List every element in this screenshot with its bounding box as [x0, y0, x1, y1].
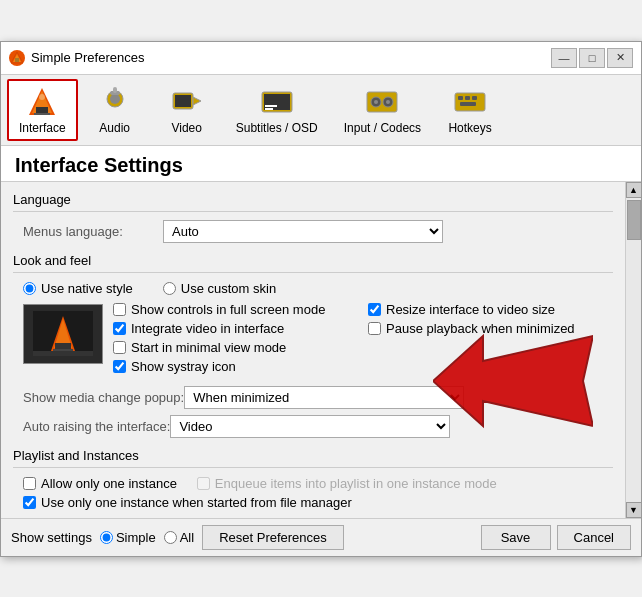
auto-raising-select[interactable]: Video Always Never	[170, 415, 450, 438]
checkboxes-and-preview: Show controls in full screen mode Resize…	[23, 302, 613, 380]
simple-radio[interactable]	[100, 531, 113, 544]
main-window: Simple Preferences — □ ✕ Interface	[0, 41, 642, 557]
svg-point-7	[39, 94, 45, 100]
language-section-label: Language	[13, 192, 613, 207]
video-icon	[169, 85, 205, 121]
playlist-section-content: Allow only one instance Enqueue items in…	[13, 476, 613, 510]
svg-rect-6	[34, 113, 50, 115]
resize-interface-checkbox[interactable]	[368, 303, 381, 316]
scroll-down-button[interactable]: ▼	[626, 502, 642, 518]
svg-point-22	[374, 100, 378, 104]
page-title: Interface Settings	[1, 146, 641, 182]
app-icon	[9, 50, 25, 66]
custom-skin-radio-item[interactable]: Use custom skin	[163, 281, 276, 296]
style-radio-group: Use native style Use custom skin	[23, 281, 613, 296]
show-media-popup-select[interactable]: When minimized Always Never	[184, 386, 464, 409]
file-manager-checkbox-item[interactable]: Use only one instance when started from …	[23, 495, 613, 510]
subtitles-icon	[259, 85, 295, 121]
save-button[interactable]: Save	[481, 525, 551, 550]
bottom-bar: Show settings Simple All Reset Preferenc…	[1, 518, 641, 556]
fullscreen-controls-checkbox[interactable]	[113, 303, 126, 316]
look-feel-divider	[13, 272, 613, 273]
close-button[interactable]: ✕	[607, 48, 633, 68]
enqueue-items-checkbox[interactable]	[197, 477, 210, 490]
minimal-view-checkbox-item[interactable]: Start in minimal view mode	[113, 340, 358, 355]
simple-radio-item[interactable]: Simple	[100, 530, 156, 545]
audio-label: Audio	[99, 121, 130, 135]
svg-point-23	[386, 100, 390, 104]
systray-checkbox-item[interactable]: Show systray icon	[113, 359, 613, 374]
file-manager-checkbox[interactable]	[23, 496, 36, 509]
look-feel-section-content: Use native style Use custom skin	[13, 281, 613, 438]
custom-skin-radio[interactable]	[163, 282, 176, 295]
language-section-content: Menus language: Auto English French Germ…	[13, 220, 613, 243]
svg-rect-18	[265, 108, 273, 110]
minimal-view-checkbox[interactable]	[113, 341, 126, 354]
cancel-button[interactable]: Cancel	[557, 525, 631, 550]
video-label: Video	[171, 121, 201, 135]
svg-rect-27	[472, 96, 477, 100]
playlist-divider	[13, 467, 613, 468]
integrate-video-label: Integrate video in interface	[131, 321, 284, 336]
resize-interface-checkbox-item[interactable]: Resize interface to video size	[368, 302, 613, 317]
native-style-radio[interactable]	[23, 282, 36, 295]
scroll-up-button[interactable]: ▲	[626, 182, 642, 198]
menus-language-select[interactable]: Auto English French German	[163, 220, 443, 243]
toolbar-item-video[interactable]: Video	[152, 79, 222, 141]
toolbar-item-interface[interactable]: Interface	[7, 79, 78, 141]
subtitles-label: Subtitles / OSD	[236, 121, 318, 135]
enqueue-items-label: Enqueue items into playlist in one insta…	[215, 476, 497, 491]
video-preview	[23, 304, 103, 364]
all-radio-item[interactable]: All	[164, 530, 194, 545]
one-instance-label: Allow only one instance	[41, 476, 177, 491]
toolbar-item-subtitles[interactable]: Subtitles / OSD	[224, 79, 330, 141]
show-media-popup-label: Show media change popup:	[23, 390, 184, 405]
pause-minimized-label: Pause playback when minimized	[386, 321, 575, 336]
svg-rect-25	[458, 96, 463, 100]
title-bar: Simple Preferences — □ ✕	[1, 42, 641, 75]
svg-rect-26	[465, 96, 470, 100]
auto-raising-label: Auto raising the interface:	[23, 419, 170, 434]
fullscreen-controls-checkbox-item[interactable]: Show controls in full screen mode	[113, 302, 358, 317]
svg-rect-28	[460, 102, 476, 106]
native-style-radio-item[interactable]: Use native style	[23, 281, 133, 296]
toolbar-item-input[interactable]: Input / Codecs	[332, 79, 433, 141]
hotkeys-label: Hotkeys	[448, 121, 491, 135]
simple-label: Simple	[116, 530, 156, 545]
all-radio[interactable]	[164, 531, 177, 544]
toolbar-item-audio[interactable]: Audio	[80, 79, 150, 141]
checkbox-grid: Show controls in full screen mode Resize…	[113, 302, 613, 355]
integrate-video-checkbox[interactable]	[113, 322, 126, 335]
playlist-checkboxes-row: Allow only one instance Enqueue items in…	[23, 476, 613, 491]
one-instance-checkbox[interactable]	[23, 477, 36, 490]
pause-minimized-checkbox-item[interactable]: Pause playback when minimized	[368, 321, 613, 336]
scroll-thumb[interactable]	[627, 200, 641, 240]
bottom-actions: Save Cancel	[481, 525, 631, 550]
toolbar-item-hotkeys[interactable]: Hotkeys	[435, 79, 505, 141]
input-label: Input / Codecs	[344, 121, 421, 135]
audio-icon	[97, 85, 133, 121]
svg-rect-33	[53, 349, 73, 351]
menus-language-row: Menus language: Auto English French Germ…	[23, 220, 613, 243]
systray-checkbox[interactable]	[113, 360, 126, 373]
hotkeys-icon	[452, 85, 488, 121]
one-instance-checkbox-item[interactable]: Allow only one instance	[23, 476, 177, 491]
maximize-button[interactable]: □	[579, 48, 605, 68]
svg-marker-13	[193, 97, 201, 105]
systray-label: Show systray icon	[131, 359, 236, 374]
scrollbar[interactable]: ▲ ▼	[625, 182, 641, 518]
look-feel-section-label: Look and feel	[13, 253, 613, 268]
minimal-view-label: Start in minimal view mode	[131, 340, 286, 355]
pause-minimized-checkbox[interactable]	[368, 322, 381, 335]
reset-preferences-button[interactable]: Reset Preferences	[202, 525, 344, 550]
show-settings-label: Show settings	[11, 530, 92, 545]
enqueue-items-checkbox-item[interactable]: Enqueue items into playlist in one insta…	[197, 476, 497, 491]
svg-rect-14	[175, 95, 191, 107]
language-divider	[13, 211, 613, 212]
all-label: All	[180, 530, 194, 545]
svg-rect-32	[55, 343, 71, 350]
toolbar: Interface Audio V	[1, 75, 641, 146]
input-icon	[364, 85, 400, 121]
minimize-button[interactable]: —	[551, 48, 577, 68]
integrate-video-checkbox-item[interactable]: Integrate video in interface	[113, 321, 358, 336]
